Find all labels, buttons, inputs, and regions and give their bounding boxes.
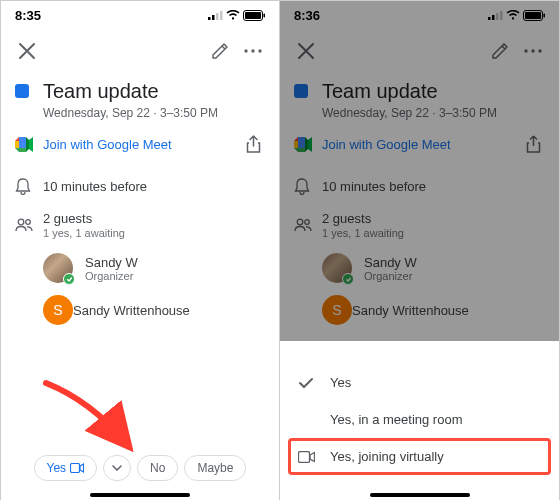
svg-rect-1 — [212, 15, 215, 20]
svg-rect-3 — [220, 11, 223, 20]
svg-point-7 — [244, 49, 247, 52]
svg-rect-20 — [496, 13, 499, 20]
status-time: 8:35 — [15, 8, 41, 23]
more-horizontal-icon — [244, 49, 262, 53]
svg-rect-13 — [19, 148, 26, 152]
status-time: 8:36 — [294, 8, 320, 23]
event-detail-screen-sheet-open: 8:36 Team update Wednesday, Sep 22 · 3–3… — [280, 1, 559, 500]
svg-point-33 — [305, 220, 310, 225]
svg-point-8 — [251, 49, 254, 52]
svg-point-27 — [538, 49, 541, 52]
guest-name: Sandy Writtenhouse — [73, 303, 190, 318]
video-icon — [298, 451, 330, 463]
top-bar — [1, 29, 279, 73]
svg-rect-23 — [525, 12, 541, 19]
edit-button[interactable] — [207, 39, 231, 63]
status-bar: 8:35 — [1, 1, 279, 29]
guest-item[interactable]: Sandy W Organizer — [43, 247, 279, 289]
svg-rect-28 — [294, 141, 298, 148]
guest-role: Organizer — [85, 270, 138, 282]
svg-rect-6 — [264, 13, 266, 17]
svg-rect-11 — [19, 137, 26, 141]
svg-point-9 — [258, 49, 261, 52]
event-detail-screen: 8:35 Team update Wednesday, Sep — [1, 1, 280, 500]
svg-rect-29 — [298, 137, 305, 141]
more-button — [521, 39, 545, 63]
rsvp-maybe-button[interactable]: Maybe — [184, 455, 246, 481]
battery-icon — [243, 10, 265, 21]
more-button[interactable] — [241, 39, 265, 63]
svg-rect-2 — [216, 13, 219, 20]
svg-rect-24 — [544, 13, 546, 17]
pencil-icon — [211, 43, 228, 60]
rsvp-yes-button[interactable]: Yes — [34, 455, 98, 481]
guest-item[interactable]: S Sandy Writtenhouse — [43, 289, 279, 331]
event-datetime: Wednesday, Sep 22 · 3–3:50 PM — [43, 106, 218, 120]
video-icon — [70, 463, 84, 473]
reminder-row[interactable]: 10 minutes before — [1, 170, 279, 203]
status-icons — [208, 10, 265, 21]
guests-status: 1 yes, 1 awaiting — [43, 227, 265, 239]
meet-link[interactable]: Join with Google Meet — [43, 137, 241, 152]
guests-row[interactable]: 2 guests 1 yes, 1 awaiting — [1, 203, 279, 247]
battery-icon — [523, 10, 545, 21]
share-icon — [246, 135, 261, 153]
sheet-option-joining-virtually[interactable]: Yes, joining virtually — [288, 438, 551, 475]
avatar: S — [43, 295, 73, 325]
svg-rect-10 — [15, 141, 19, 148]
rsvp-check-icon — [63, 273, 75, 285]
wifi-icon — [506, 10, 520, 20]
sheet-option-meeting-room[interactable]: Yes, in a meeting room — [280, 401, 559, 438]
signal-icon — [208, 10, 223, 20]
svg-point-26 — [531, 49, 534, 52]
calendar-color-chip — [15, 84, 29, 98]
svg-rect-30 — [298, 148, 305, 152]
close-button — [294, 39, 318, 63]
check-icon — [298, 377, 330, 389]
svg-rect-14 — [19, 141, 26, 148]
event-header: Team update Wednesday, Sep 22 · 3–3:50 P… — [1, 73, 279, 124]
rsvp-options-sheet: Yes Yes, in a meeting room Yes, joining … — [280, 356, 559, 500]
svg-rect-18 — [488, 17, 491, 20]
share-button[interactable] — [241, 132, 265, 156]
svg-rect-31 — [298, 141, 305, 148]
rsvp-options-button[interactable] — [103, 455, 131, 481]
wifi-icon — [226, 10, 240, 20]
meet-icon — [15, 137, 43, 152]
meet-row[interactable]: Join with Google Meet — [1, 124, 279, 164]
event-title: Team update — [43, 79, 218, 103]
bell-icon — [15, 178, 43, 195]
svg-rect-34 — [299, 451, 310, 462]
close-button[interactable] — [15, 39, 39, 63]
avatar — [43, 253, 73, 283]
svg-rect-17 — [71, 464, 80, 473]
home-indicator — [90, 493, 190, 497]
sheet-option-yes[interactable]: Yes — [280, 364, 559, 401]
svg-rect-0 — [208, 17, 211, 20]
rsvp-no-button[interactable]: No — [137, 455, 178, 481]
dimmed-background: 8:36 Team update Wednesday, Sep 22 · 3–3… — [280, 1, 559, 331]
svg-point-16 — [26, 220, 31, 225]
guests-count: 2 guests — [43, 211, 265, 226]
svg-rect-21 — [500, 11, 503, 20]
reminder-text: 10 minutes before — [43, 179, 265, 194]
rsvp-bar: Yes No Maybe — [1, 455, 279, 481]
svg-point-25 — [524, 49, 527, 52]
svg-rect-5 — [245, 12, 261, 19]
svg-point-15 — [18, 219, 24, 225]
edit-button — [487, 39, 511, 63]
chevron-down-icon — [112, 465, 122, 471]
guest-name: Sandy W — [85, 255, 138, 270]
people-icon — [15, 218, 43, 232]
svg-point-32 — [297, 219, 303, 225]
svg-rect-19 — [492, 15, 495, 20]
close-icon — [18, 42, 36, 60]
guest-list: Sandy W Organizer S Sandy Writtenhouse — [1, 247, 279, 331]
signal-icon — [488, 10, 503, 20]
home-indicator — [370, 493, 470, 497]
